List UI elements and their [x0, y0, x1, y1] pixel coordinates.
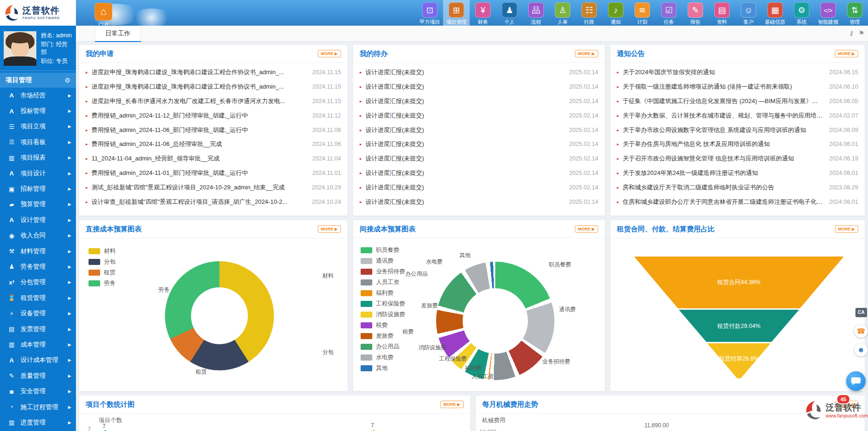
sidebar-item[interactable]: ▥成本管理▶ [0, 337, 76, 352]
sidebar-item[interactable]: ⌛租赁管理▶ [0, 290, 76, 306]
list-item[interactable]: ▸设计进度汇报(未提交)2025.02.14 [360, 65, 598, 80]
portal-button[interactable]: ⌂ 门户 [93, 3, 114, 26]
direct-cost-donut-chart[interactable]: 材料分包租赁劳务材料劳务分包租赁 [79, 238, 348, 391]
nav-item[interactable]: ▦基础信息 [762, 0, 788, 26]
sidebar-item[interactable]: ▥进度管理▶ [0, 415, 76, 430]
more-button[interactable]: MORE ▶ [440, 401, 464, 408]
sidebar-item[interactable]: A设计成本管理▶ [0, 353, 76, 368]
nav-item[interactable]: ≋计划 [629, 0, 656, 26]
legend-item[interactable]: 税费 [361, 320, 405, 331]
list-item[interactable]: ▸设计进度汇报(未提交)2025.02.14 [360, 80, 598, 94]
list-item[interactable]: ▸于征集《中国建筑施工行业信息化发展报告 (2024) —BIM应用与发展》材料… [617, 94, 858, 109]
list-item[interactable]: ▸设计审查_彭祖新城"四馆"景观工程设计项目_请选择_胡广生_2024-10-2… [86, 195, 341, 209]
legend-item[interactable]: 福利费 [361, 288, 405, 299]
list-item[interactable]: ▸费用报销_admin_2024-11-06_总经理审批__完成2024.11.… [86, 137, 341, 152]
list-item[interactable]: ▸进度款申报_长春市伊通河水力发电厂改建工程_长春市伊通河水力发电...2024… [86, 94, 341, 109]
legend-item[interactable]: 办公用品 [361, 341, 405, 352]
sidebar-item[interactable]: x²分包管理▶ [0, 275, 76, 290]
sidebar-item[interactable]: A投标管理▶ [0, 103, 76, 118]
sidebar-item[interactable]: ☰项目立项▶ [0, 119, 76, 134]
logo[interactable]: 泛普软件 FANPU SOFTWARE [0, 0, 76, 26]
legend-item[interactable]: 材料 [89, 246, 116, 257]
legend-item[interactable]: 其他 [361, 363, 405, 374]
rental-funnel-chart[interactable]: 租赁合同44.36%租赁付款29.04%租赁结算26.6% [610, 238, 865, 391]
avatar[interactable] [4, 31, 36, 66]
tab-daily-work[interactable]: 日常工作 [95, 26, 141, 42]
sidebar-item[interactable]: A项目设计▶ [0, 166, 76, 181]
legend-item[interactable]: 工程保险费 [361, 299, 405, 309]
nav-item[interactable]: ⚙系统 [788, 0, 815, 26]
sidebar-item[interactable]: A市场经营▶ [0, 88, 76, 103]
list-item[interactable]: ▸关于2024年国庆节放假安排的通知2024.06.15 [617, 65, 858, 80]
more-button[interactable]: MORE ▶ [318, 225, 341, 233]
nav-item[interactable]: ¥财务 [470, 0, 496, 26]
sidebar-item[interactable]: ▤发票管理▶ [0, 321, 76, 337]
more-button[interactable]: MORE ▶ [318, 50, 341, 57]
list-item[interactable]: ▸费用报销_admin_2024-11-06_部门经理审批_胡建,_运行中202… [86, 123, 341, 137]
list-item[interactable]: ▸设计进度汇报(未提交)2025.02.14 [360, 94, 598, 109]
legend-item[interactable]: 职员餐费 [361, 245, 405, 256]
nav-item[interactable]: ✎报告 [682, 0, 709, 26]
indirect-cost-donut-chart[interactable]: 职员餐费通讯费业务招待费人员工资福利费工程保险费消防设施费税费差旅费办公用品水电… [353, 238, 605, 391]
sidebar-item[interactable]: ◙安全管理▶ [0, 383, 76, 399]
sidebar-item[interactable]: ▥项目报表▶ [0, 150, 76, 166]
qq-contact-icon[interactable]: ☻ [854, 343, 868, 356]
nav-item[interactable]: ☺客户 [735, 0, 762, 26]
list-item[interactable]: ▸设计进度汇报(未提交)2025.02.14 [360, 123, 598, 137]
nav-item[interactable]: ⊞项目管理 [443, 0, 470, 26]
pin-icon[interactable]: ⚑ [858, 29, 864, 37]
list-item[interactable]: ▸关于举办市政公用设施数字化管理信息 系统建设与应用培训班的通知2024.06.… [617, 123, 858, 137]
nav-item[interactable]: ☑任务 [656, 0, 682, 26]
legend-item[interactable]: 业务招待费 [361, 266, 405, 277]
sidebar-item[interactable]: ⚒材料管理▶ [0, 243, 76, 259]
nav-item[interactable]: ⇅管理 [841, 0, 868, 26]
nav-item[interactable]: ♪通知 [602, 0, 629, 26]
list-item[interactable]: ▸进度款申报_珠海鹤港口建设_珠海鹤港口建设工程合作协议书_admin_...2… [86, 65, 341, 80]
gear-icon[interactable]: ⚙ [64, 76, 70, 84]
legend-item[interactable]: 劳务 [89, 278, 116, 289]
list-item[interactable]: ▸设计进度汇报(未提交)2025.02.14 [360, 137, 598, 152]
list-item[interactable]: ▸测试_彭祖新城"四馆"景观工程设计项目_2024-10-29_admin_结束… [86, 180, 341, 195]
nav-item[interactable]: </>智能建模 [815, 0, 841, 26]
sidebar-item[interactable]: ⚡设备管理▶ [0, 306, 76, 321]
legend-item[interactable]: 分包 [89, 257, 116, 267]
sidebar-item[interactable]: ◉收入合同▶ [0, 228, 76, 243]
more-button[interactable]: MORE ▶ [835, 50, 858, 57]
nav-item[interactable]: ☷行政 [576, 0, 602, 26]
chat-bubble-button[interactable] [846, 371, 866, 391]
list-item[interactable]: ▸设计进度汇报(未提交)2025.02.14 [360, 166, 598, 181]
list-item[interactable]: ▸关于发放2024年第24批一级建造师注册证书的通知2024.06.01 [617, 166, 858, 181]
ca-login-icon[interactable]: CA [855, 308, 867, 317]
sidebar-item[interactable]: ☰项目看板▶ [0, 134, 76, 150]
nav-item[interactable]: ⊡甲方项目 [417, 0, 443, 26]
list-item[interactable]: ▸关于召开市政公用设施智慧化管理 信息技术与应用培训班的通知2024.06.19 [617, 152, 858, 166]
more-button[interactable]: MORE ▶ [575, 225, 598, 233]
list-item[interactable]: ▸费用报销_admin_2024-11-12_部门经理审批_胡建,_运行中202… [86, 108, 341, 123]
list-item[interactable]: ▸关于领取一级注册建造师增项证的通知 (须持一建证书前来领取)2024.06.1… [617, 80, 858, 94]
sidebar-item[interactable]: ▰预算管理▶ [0, 197, 76, 212]
more-button[interactable]: MORE ▶ [575, 50, 598, 57]
list-item[interactable]: ▸进度款申报_珠海鹤港口建设_珠海鹤港口建设工程合作协议书_admin_...2… [86, 80, 341, 94]
legend-item[interactable]: 消防设施费 [361, 309, 405, 320]
sidebar-item[interactable]: ♟劳务管理▶ [0, 259, 76, 274]
notification-badge[interactable]: 45 [836, 394, 850, 404]
list-item[interactable]: ▸房和城乡建设厅关于取消二级建造师临时执业证书的公告2023.08.29 [617, 180, 858, 195]
key-icon[interactable]: ⚷ [849, 29, 854, 37]
list-item[interactable]: ▸关于举办大数据、云计算技术在城市建设、规划、管理与服务中的应用培训班...20… [617, 108, 858, 123]
more-button[interactable]: MORE ▶ [835, 225, 858, 233]
list-item[interactable]: ▸设计进度汇报(未提交)2025.02.14 [360, 195, 598, 209]
nav-item[interactable]: ♙人事 [549, 0, 576, 26]
sidebar-item[interactable]: ✎质量管理▶ [0, 368, 76, 383]
nav-item[interactable]: ♟个人 [496, 0, 523, 26]
list-item[interactable]: ▸设计进度汇报(未提交)2025.02.14 [360, 152, 598, 166]
list-item[interactable]: ▸11_2024-11-04_admin_经营部_领导审批__完成2024.11… [86, 152, 341, 166]
project-count-line-chart[interactable]: 项目个数 7 7 7 [79, 414, 470, 431]
legend-item[interactable]: 通讯费 [361, 256, 405, 266]
list-item[interactable]: ▸设计进度汇报(未提交)2025.02.14 [360, 180, 598, 195]
sidebar-item[interactable]: A设计管理▶ [0, 212, 76, 228]
list-item[interactable]: ▸住房和城乡建设部办公厅关于同意吉林省开展二级建造师注册证书电子化试点...20… [617, 195, 858, 209]
list-item[interactable]: ▸设计进度汇报(未提交)2025.02.14 [360, 108, 598, 123]
sidebar-item[interactable]: ◔施工过程管理▶ [0, 399, 76, 415]
legend-item[interactable]: 水电费 [361, 352, 405, 363]
legend-item[interactable]: 租赁 [89, 267, 116, 278]
